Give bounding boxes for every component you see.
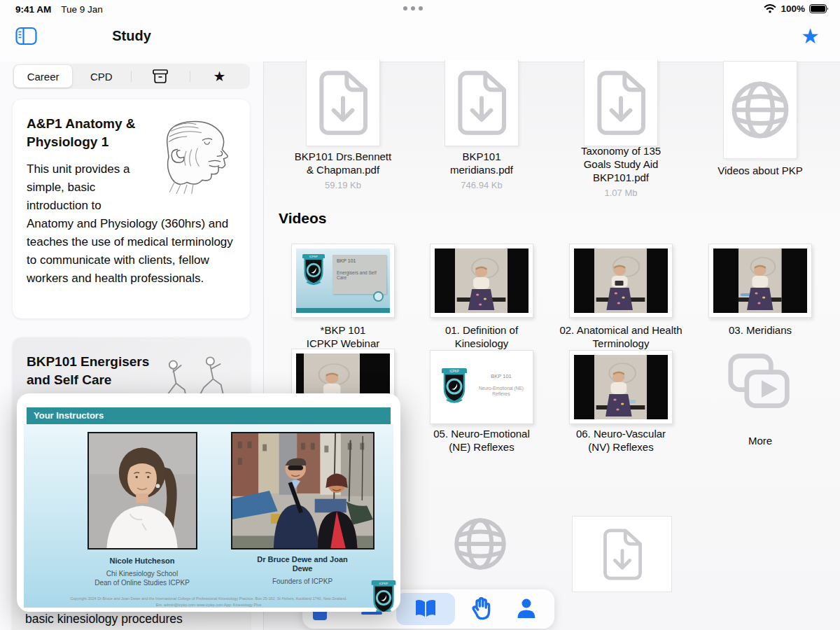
pdf-download-icon — [315, 69, 371, 136]
pdf-download-icon — [454, 69, 510, 136]
course-card-anatomy[interactable]: A&P1 Anatomy & Physiology 1 This unit pr… — [13, 99, 250, 318]
video-label: More — [718, 434, 802, 447]
file-label: Videos about PKP — [704, 164, 816, 177]
file-item-pdf-2[interactable] — [444, 59, 519, 146]
file-size: 1.07 Mb — [572, 186, 670, 200]
tab-archive[interactable] — [132, 65, 190, 88]
video-label: 03. Meridians — [708, 323, 813, 337]
anatomy-face-illustration — [152, 115, 236, 200]
file-item-pdf-1[interactable] — [306, 59, 380, 146]
video-label: *BKP 101 ICPKP Webinar — [294, 323, 392, 350]
video-thumb-01[interactable] — [430, 244, 533, 318]
course-description-visible-line: basic kinesiology procedures — [25, 612, 183, 626]
video-thumb-03[interactable] — [708, 244, 812, 318]
video-label: 06. Neuro-Vascular (NV) Reflexes — [565, 427, 677, 454]
instructor-photo-nicole — [88, 432, 197, 550]
course-title: BKP101 Energisers and Self Care — [27, 353, 163, 389]
file-item-pdf-3[interactable] — [584, 59, 658, 146]
status-bar-left: 9:41 AMTue 9 Jan — [15, 4, 103, 15]
presenter-photo — [455, 248, 507, 313]
status-bar-right: 100% — [764, 4, 829, 14]
video-label: 01. Definition of Kinesiology — [429, 323, 534, 350]
video-thumb-webinar[interactable]: ICPKP BKP 101 Energisers and Self Care — [291, 244, 395, 318]
book-icon[interactable] — [414, 598, 438, 619]
videos-section-heading: Videos — [279, 210, 326, 227]
instructor-photo-dewes — [231, 432, 374, 550]
webinar-slide-textbox: BKP 101 Energisers and Self Care — [332, 255, 386, 294]
slide-viewer-window[interactable]: Your Instructors — [17, 393, 400, 612]
tab-career[interactable]: Career — [14, 65, 72, 88]
slide-copyright: Em: admin@icpkp.com www.icpkp.com App: K… — [17, 603, 400, 607]
battery-icon — [809, 4, 829, 13]
slide-header: Your Instructors — [27, 407, 391, 424]
battery-percent: 100% — [780, 4, 805, 14]
svg-text:ICPKP: ICPKP — [449, 370, 459, 373]
instructor-role: Founders of ICPKP — [250, 577, 355, 586]
file-item-pdf-bottom[interactable] — [572, 516, 672, 592]
file-label: Taxonomy of 135 Goals Study Aid BKP101.p… — [572, 144, 670, 200]
star-icon: ★ — [213, 68, 225, 85]
pdf-download-icon — [600, 527, 645, 582]
file-size: 746.94 Kb — [433, 178, 531, 192]
more-videos-icon[interactable] — [727, 351, 794, 414]
instructor-name: Nicole Hutcheson — [86, 556, 198, 566]
file-label: BKP101 meridians.pdf 746.94 Kb — [433, 150, 531, 192]
presenter-photo — [738, 248, 782, 313]
tab-segmented-control: Career CPD ★ — [13, 64, 250, 89]
file-size: 59.19 Kb — [294, 178, 392, 192]
svg-text:ICPKP: ICPKP — [379, 582, 388, 585]
tab-favorites[interactable]: ★ — [190, 65, 248, 88]
app-screen: 9:41 AMTue 9 Jan 100% Study ★ Career CPD — [0, 0, 840, 630]
video-thumb-05[interactable]: ICPKP BKP 101 Neuro-Emotional (NE) Refle… — [430, 350, 533, 424]
instructor-name: Dr Bruce Dewe and Joan Dewe — [250, 555, 355, 573]
video-thumb-06[interactable] — [569, 350, 673, 424]
webinar-slide-badge — [373, 291, 384, 302]
svg-text:ICPKP: ICPKP — [309, 255, 318, 258]
instructor-role: Chi Kinesiology School Dean of Online St… — [79, 569, 205, 587]
multitasking-dots-icon[interactable] — [403, 6, 423, 10]
file-label: BKP101 Drs.Bennett & Chapman.pdf 59.19 K… — [294, 150, 392, 192]
archive-box-icon — [152, 69, 169, 84]
status-time: 9:41 AM — [15, 4, 51, 15]
hand-icon[interactable] — [470, 596, 491, 620]
slide-copyright: Copyright 2024 Dr Bruce and Joan Dewe an… — [17, 596, 400, 601]
weblink-globe-icon[interactable] — [453, 517, 507, 571]
page-title: Study — [0, 28, 263, 44]
presenter-photo — [594, 355, 647, 419]
wifi-icon — [764, 4, 776, 13]
tab-cpd[interactable]: CPD — [72, 65, 130, 88]
webinar-slide-bar — [296, 308, 390, 313]
video-label: 02. Anatomical and Health Terminology — [558, 323, 684, 350]
file-item-weblink[interactable] — [723, 61, 797, 159]
icpkp-shield-logo: ICPKP — [301, 253, 326, 287]
icpkp-shield-logo: ICPKP — [369, 580, 398, 612]
pdf-download-icon — [593, 69, 649, 136]
video-label: 05. Neuro-Emotional (NE) Reflexes — [426, 427, 538, 454]
person-icon[interactable] — [517, 598, 536, 619]
presenter-photo — [594, 248, 647, 313]
globe-icon — [730, 80, 790, 140]
favorite-star-button[interactable]: ★ — [801, 24, 820, 48]
status-date: Tue 9 Jan — [61, 4, 103, 15]
video-thumb-02[interactable] — [569, 244, 673, 318]
icpkp-shield-logo: ICPKP — [440, 368, 468, 405]
